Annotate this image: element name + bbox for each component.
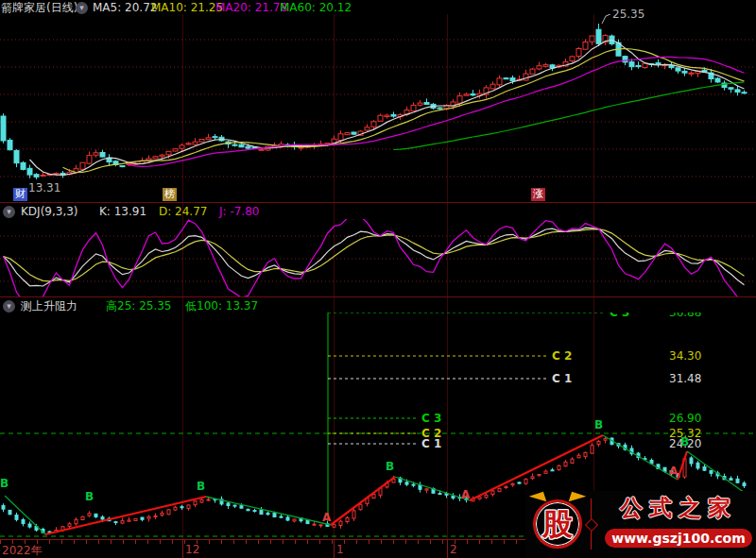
swing-marker-A: A <box>669 465 679 478</box>
stock-title: 箭牌家居(日线) <box>1 0 77 15</box>
level-value: 36.88 <box>669 313 701 319</box>
peak-pointer <box>602 14 610 24</box>
peak-price-label: 25.35 <box>612 8 644 21</box>
axis-month-divider <box>334 540 335 558</box>
ma5-label: MA5: 20.72 <box>93 0 157 15</box>
resistance-high-value: 高25: 25.35 <box>106 298 171 313</box>
kdj-d-value: D: 24.77 <box>159 204 207 219</box>
resistance-low-value: 低100: 13.37 <box>185 298 258 313</box>
logo-character: 股 <box>542 506 573 542</box>
event-badge[interactable]: 财 <box>13 188 27 201</box>
logo-url[interactable]: www.gszj100.com <box>605 529 752 548</box>
level-label: C 2 <box>552 349 572 363</box>
level-label: C 1 <box>552 372 572 385</box>
axis-month-divider <box>447 540 448 558</box>
ma60-label: MA60: 20.12 <box>280 0 352 15</box>
chevron-down-icon[interactable]: ▾ <box>3 206 15 218</box>
stock-app-window: 箭牌家居(日线) ▾ MA5: 20.72 MA10: 21.25 MA20: … <box>0 0 756 558</box>
kdj-j-value: J: -7.80 <box>219 204 259 219</box>
event-badge[interactable]: 榜 <box>163 188 177 201</box>
kdj-d-line <box>4 229 745 281</box>
chevron-down-icon[interactable]: ▾ <box>76 2 88 14</box>
level-label: C 3 <box>421 412 441 425</box>
ma60-line <box>394 82 745 150</box>
grid-lines <box>0 40 756 177</box>
swing-marker-B: B <box>0 477 9 490</box>
level-label: C 1 <box>421 437 441 450</box>
panel-separator <box>0 202 756 203</box>
kdj-title: KDJ(9,3,3) <box>21 204 78 219</box>
panel-separator <box>0 296 756 297</box>
ma20-line <box>129 57 745 166</box>
diamond-icon <box>585 518 598 532</box>
level-label: C 3 <box>610 313 629 319</box>
axis-month-label: 12 <box>185 543 199 556</box>
kdj-panel-header: ▾ KDJ(9,3,3) K: 13.91 D: 24.77 J: -7.80 <box>0 204 756 219</box>
event-badge[interactable]: 涨 <box>531 188 545 201</box>
bull-horn-icon <box>569 492 587 506</box>
low-price-label: 13.31 <box>28 181 60 194</box>
swing-marker-B: B <box>680 435 689 448</box>
main-chart-svg[interactable] <box>0 14 756 202</box>
chevron-down-icon[interactable]: ▾ <box>3 300 15 313</box>
swing-marker-A: A <box>461 488 471 501</box>
kdj-k-value: K: 13.91 <box>99 204 146 219</box>
swing-marker-B: B <box>386 460 394 473</box>
swing-marker-B: B <box>197 480 205 493</box>
logo-brand-text: 公式之家 <box>605 493 752 523</box>
swing-marker-B: B <box>594 418 603 431</box>
ma5-line <box>30 41 745 176</box>
axis-month-label: 1 <box>336 543 344 556</box>
kdj-chart-svg[interactable] <box>0 219 756 296</box>
level-value: 31.48 <box>669 372 701 385</box>
resistance-title: 测上升阻力 <box>21 298 77 313</box>
axis-month-divider <box>182 540 183 558</box>
ma10-line <box>63 49 745 173</box>
bull-horn-icon <box>529 492 547 506</box>
axis-month-label: 2 <box>450 543 457 556</box>
bull-circle-icon: 股 <box>533 499 582 549</box>
swing-marker-B: B <box>85 490 94 503</box>
resistance-panel-header: ▾ 测上升阻力 高25: 25.35 低100: 13.37 <box>0 298 756 313</box>
swing-marker-A: A <box>322 511 332 524</box>
level-value: 26.90 <box>669 412 701 425</box>
ma20-label: MA20: 21.78 <box>215 0 287 15</box>
logo-divider <box>591 499 592 550</box>
level-value: 34.30 <box>669 349 701 363</box>
watermark-logo: 股 公式之家 www.gszj100.com <box>525 491 756 558</box>
axis-year-label: 2022年 <box>2 543 43 558</box>
ma10-label: MA10: 21.25 <box>151 0 223 15</box>
resistance-levels: C 336.88C 234.30C 131.48C 326.90C 225.32… <box>328 313 701 450</box>
